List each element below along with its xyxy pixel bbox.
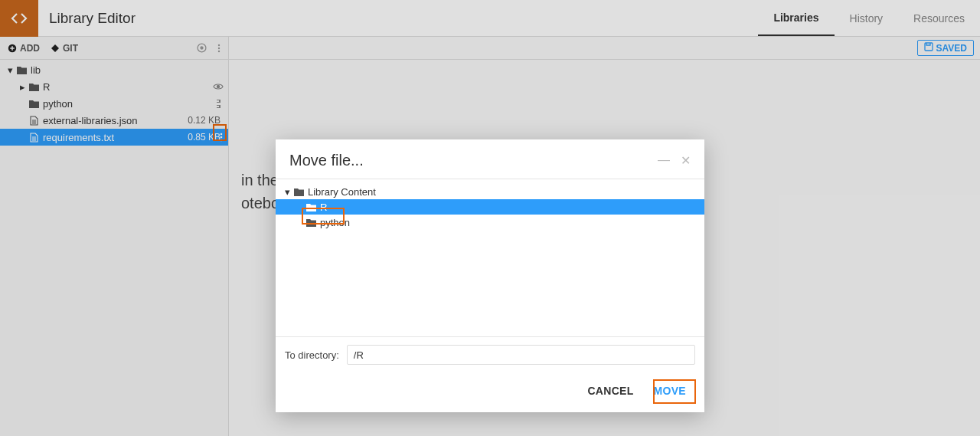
modal-tree: ▾ Library Content R python — [276, 179, 704, 336]
git-icon — [51, 44, 60, 53]
plus-circle-icon — [8, 44, 17, 53]
chevron-down-icon: ▾ — [6, 64, 14, 76]
tab-history[interactable]: History — [835, 0, 899, 36]
header-tabs: Libraries History Resources — [758, 0, 980, 36]
modal-tree-label: python — [320, 217, 350, 228]
to-directory-input[interactable] — [347, 345, 695, 365]
tree-file-external-libraries[interactable]: external-libraries.json 0.12 KB — [0, 112, 228, 129]
app-header: Library Editor Libraries History Resourc… — [0, 0, 980, 37]
file-kebab-icon[interactable] — [216, 129, 227, 146]
to-directory-label: To directory: — [285, 349, 339, 361]
svg-point-7 — [220, 133, 223, 136]
tree-folder-lib[interactable]: ▾ lib — [0, 61, 228, 78]
file-icon — [28, 133, 40, 143]
file-tree: ▾ lib ▸ R — [0, 60, 228, 146]
folder-icon — [292, 188, 305, 196]
app-logo — [0, 0, 38, 37]
svg-point-2 — [201, 47, 203, 49]
svg-point-5 — [218, 50, 220, 51]
move-button[interactable]: MOVE — [646, 380, 694, 402]
svg-point-3 — [218, 44, 220, 45]
modal-folder-root[interactable]: ▾ Library Content — [276, 184, 704, 199]
modal-folder-python[interactable]: python — [276, 215, 704, 230]
tree-file-requirements[interactable]: requirements.txt 0.85 KB — [0, 129, 228, 146]
folder-icon — [305, 218, 317, 227]
python-icon — [214, 99, 224, 109]
cancel-button[interactable]: CANCEL — [587, 385, 633, 397]
modal-folder-r[interactable]: R — [276, 199, 704, 215]
saved-badge: SAVED — [917, 40, 974, 56]
app-title: Library Editor — [49, 10, 136, 27]
add-button[interactable]: ADD — [8, 43, 40, 54]
modal-tree-label: R — [320, 202, 327, 213]
svg-point-4 — [218, 47, 220, 48]
minimize-icon[interactable]: — — [658, 153, 670, 168]
eye-icon — [213, 83, 224, 90]
tree-label: R — [43, 81, 213, 93]
tree-label: python — [43, 98, 214, 110]
svg-point-6 — [217, 85, 219, 87]
tab-libraries[interactable]: Libraries — [758, 0, 834, 36]
modal-tree-label: Library Content — [308, 186, 376, 198]
add-label: ADD — [20, 43, 40, 54]
move-file-modal: Move file... — ✕ ▾ Library Content R pyt… — [276, 139, 704, 412]
tree-folder-r[interactable]: ▸ R — [0, 78, 228, 95]
folder-icon — [305, 203, 317, 211]
tree-label: external-libraries.json — [43, 115, 188, 126]
target-icon[interactable] — [197, 43, 207, 53]
sidebar-actions: ADD GIT — [0, 37, 228, 60]
modal-footer: CANCEL MOVE — [276, 372, 704, 412]
folder-icon — [28, 100, 40, 108]
file-icon — [28, 116, 40, 126]
chevron-down-icon: ▾ — [283, 186, 291, 198]
sidebar: ADD GIT ▾ lib — [0, 37, 229, 436]
git-label: GIT — [63, 43, 78, 54]
saved-label: SAVED — [936, 43, 967, 54]
svg-point-8 — [220, 136, 223, 139]
kebab-icon[interactable] — [217, 44, 220, 53]
svg-point-9 — [220, 139, 223, 142]
folder-icon — [28, 83, 40, 91]
tab-resources[interactable]: Resources — [898, 0, 980, 36]
tree-label: requirements.txt — [43, 132, 188, 143]
tree-folder-python[interactable]: python — [0, 95, 228, 112]
folder-icon — [15, 66, 28, 74]
file-size: 0.12 KB — [188, 115, 220, 126]
modal-input-row: To directory: — [276, 337, 704, 372]
modal-title: Move file... — [289, 152, 658, 169]
chevron-right-icon: ▸ — [18, 81, 26, 93]
git-button[interactable]: GIT — [51, 43, 78, 54]
modal-header: Move file... — ✕ — [276, 139, 704, 179]
save-icon — [924, 42, 933, 54]
main-toolbar: SAVED — [229, 37, 980, 60]
tree-label: lib — [31, 64, 224, 76]
close-icon[interactable]: ✕ — [681, 153, 691, 168]
